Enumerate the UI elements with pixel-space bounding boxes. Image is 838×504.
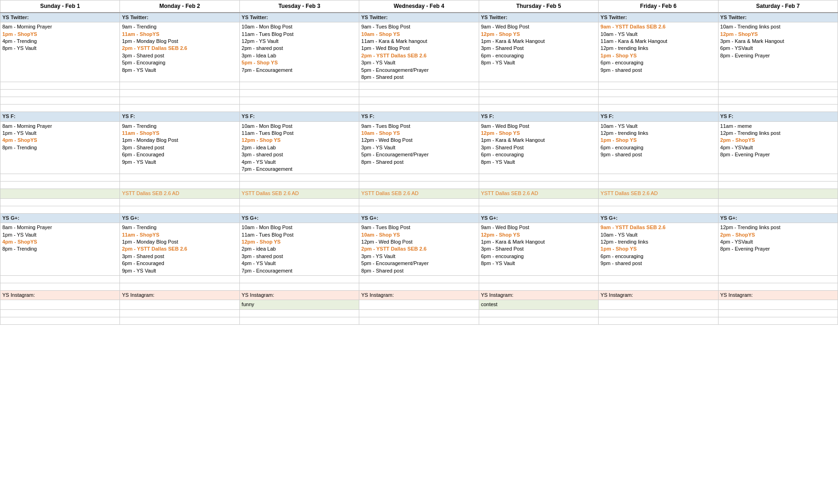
instagram-cell — [718, 300, 838, 309]
ysf-header-cell: YS F: — [718, 112, 838, 121]
empty-cell — [359, 82, 479, 90]
empty-cell — [239, 90, 359, 97]
ysg-header-cell: YS G+: — [0, 213, 120, 223]
empty-cell — [718, 309, 838, 317]
empty-cell — [718, 198, 838, 206]
empty-cell — [239, 174, 359, 182]
empty-cell — [120, 97, 239, 105]
instagram-header-cell: YS Instagram: — [120, 290, 239, 300]
header-thu: Thursday - Feb 5 — [479, 0, 598, 13]
empty-cell — [0, 198, 120, 206]
empty-cell — [239, 275, 359, 283]
empty-cell — [239, 317, 359, 324]
ysg-cell: 9am - Wed Blog Post12pm - Shop YS1pm - K… — [479, 223, 598, 276]
header-sat: Saturday - Feb 7 — [718, 0, 838, 13]
empty-cell — [359, 206, 479, 213]
empty-cell — [120, 82, 239, 90]
empty-cell — [359, 182, 479, 189]
twitter-cell: 8am - Morning Prayer1pm - ShopYS4pm - Tr… — [0, 22, 120, 82]
empty-cell — [120, 174, 239, 182]
ysg-header-cell: YS G+: — [479, 213, 598, 223]
twitter-cell: 10am - Mon Blog Post11am - Tues Blog Pos… — [239, 22, 359, 82]
empty-cell — [359, 105, 479, 112]
empty-cell — [599, 82, 718, 90]
empty-cell — [599, 283, 718, 290]
instagram-header-cell: YS Instagram: — [0, 290, 120, 300]
empty-cell — [239, 82, 359, 90]
twitter-cell: 9am - Wed Blog Post12pm - Shop YS1pm - K… — [479, 22, 598, 82]
instagram-header-cell: YS Instagram: — [599, 290, 718, 300]
twitter-header-cell: YS Twitter: — [599, 13, 718, 22]
empty-cell — [479, 82, 598, 90]
instagram-cell — [599, 300, 718, 309]
empty-cell — [599, 105, 718, 112]
empty-cell — [0, 206, 120, 213]
ysg-cell: 9am - Tues Blog Post10am - Shop YS12pm -… — [359, 223, 479, 276]
ysf-cell: 10am - YS Vault12pm - trending links1pm … — [599, 121, 718, 174]
empty-cell — [120, 317, 239, 324]
empty-cell — [239, 206, 359, 213]
empty-cell — [120, 182, 239, 189]
twitter-cell: 9am - Trending11am - ShopYS1pm - Monday … — [120, 22, 239, 82]
empty-cell — [359, 174, 479, 182]
calendar-table: Sunday - Feb 1 Monday - Feb 2 Tuesday - … — [0, 0, 838, 325]
empty-cell — [359, 317, 479, 324]
twitter-data-row: 8am - Morning Prayer1pm - ShopYS4pm - Tr… — [0, 22, 838, 82]
instagram-cell — [359, 300, 479, 309]
empty-cell — [718, 275, 838, 283]
ysf-header-cell: YS F: — [599, 112, 718, 121]
empty-cell — [718, 206, 838, 213]
header-wed: Wednesday - Feb 4 — [359, 0, 479, 13]
empty-cell — [718, 182, 838, 189]
empty-cell — [718, 174, 838, 182]
ysf-cell: 9am - Trending11am - ShopYS1pm - Monday … — [120, 121, 239, 174]
ysf-header-cell: YS F: — [239, 112, 359, 121]
empty-cell — [359, 198, 479, 206]
empty-cell — [599, 174, 718, 182]
empty-cell — [120, 198, 239, 206]
ysf-header-cell: YS F: — [120, 112, 239, 121]
empty-cell — [479, 105, 598, 112]
empty-cell — [599, 206, 718, 213]
ad-cell: YSTT Dallas SEB 2.6 AD — [359, 189, 479, 198]
ysf-cell: 8am - Morning Prayer1pm - YS Vault4pm - … — [0, 121, 120, 174]
ysf-cell: 11am - meme12pm - Trending links post2pm… — [718, 121, 838, 174]
empty-cell — [718, 283, 838, 290]
header-sun: Sunday - Feb 1 — [0, 0, 120, 13]
twitter-header-cell: YS Twitter: — [359, 13, 479, 22]
twitter-header-cell: YS Twitter: — [479, 13, 598, 22]
empty-cell — [359, 97, 479, 105]
empty-cell — [359, 275, 479, 283]
empty-cell — [479, 206, 598, 213]
instagram-header-cell: YS Instagram: — [359, 290, 479, 300]
instagram-cell — [0, 300, 120, 309]
empty-cell — [718, 105, 838, 112]
empty-cell — [239, 283, 359, 290]
empty-cell — [0, 82, 120, 90]
ad-row: YSTT Dallas SEB 2.6 ADYSTT Dallas SEB 2.… — [0, 189, 838, 198]
empty-cell — [120, 309, 239, 317]
empty-cell — [718, 82, 838, 90]
empty-cell — [359, 90, 479, 97]
empty-cell — [479, 174, 598, 182]
empty-cell — [718, 317, 838, 324]
empty-cell — [599, 182, 718, 189]
ysf-header-cell: YS F: — [479, 112, 598, 121]
empty-cell — [359, 309, 479, 317]
ysg-data-row: 8am - Morning Prayer1pm - YS Vault4pm - … — [0, 223, 838, 276]
empty-cell — [120, 283, 239, 290]
header-fri: Friday - Feb 6 — [599, 0, 718, 13]
empty-cell — [479, 283, 598, 290]
empty-cell — [120, 105, 239, 112]
empty-cell — [599, 317, 718, 324]
instagram-cell: funny — [239, 300, 359, 309]
ysf-cell: 9am - Tues Blog Post10am - Shop YS12pm -… — [359, 121, 479, 174]
instagram-header-cell: YS Instagram: — [718, 290, 838, 300]
empty-cell — [718, 90, 838, 97]
empty-cell — [120, 90, 239, 97]
empty-cell — [599, 309, 718, 317]
empty-cell — [599, 97, 718, 105]
ad-cell: YSTT Dallas SEB 2.6 AD — [120, 189, 239, 198]
empty-cell — [479, 317, 598, 324]
empty-cell — [0, 283, 120, 290]
